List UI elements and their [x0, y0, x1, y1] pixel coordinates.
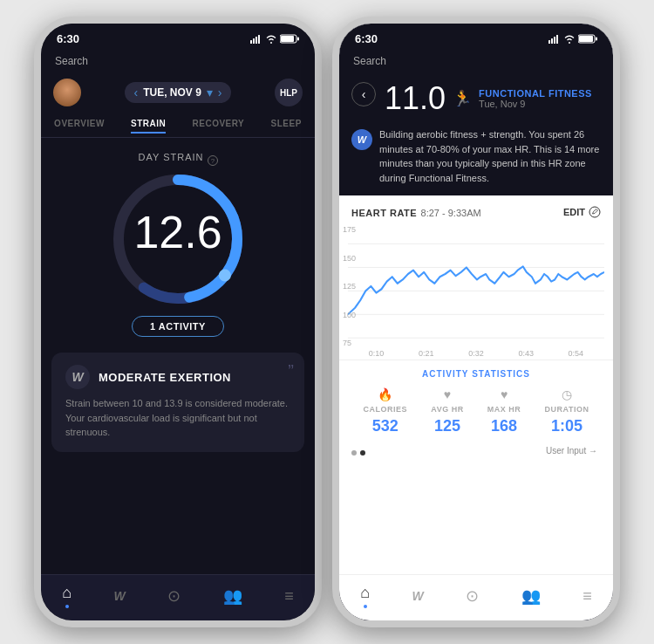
status-icons-right: [548, 34, 597, 44]
nav-home-right[interactable]: ⌂: [360, 584, 370, 608]
quote-icon: ”: [288, 361, 294, 381]
svg-rect-6: [297, 38, 299, 41]
tab-overview[interactable]: OVERVIEW: [54, 119, 105, 134]
date-dropdown-arrow[interactable]: ▾: [207, 86, 213, 99]
y-label-150: 150: [343, 254, 356, 263]
exertion-description: Strain between 10 and 13.9 is considered…: [65, 396, 290, 440]
tabs-left: OVERVIEW STRAIN RECOVERY SLEEP: [41, 112, 315, 138]
svg-point-20: [589, 207, 600, 217]
svg-rect-3: [258, 35, 260, 44]
nav-whoop-left[interactable]: W: [114, 589, 126, 603]
activity-type-block: FUNCTIONAL FITNESS Tue, Nov 9: [479, 88, 592, 109]
svg-rect-13: [548, 40, 550, 44]
activity-title-block: 11.0 🏃 FUNCTIONAL FITNESS Tue, Nov 9: [385, 80, 601, 117]
signal-icon-right: [548, 35, 561, 44]
info-icon: ?: [208, 155, 218, 166]
tab-strain[interactable]: STRAIN: [131, 119, 166, 134]
battery-icon: [280, 34, 299, 44]
max-hr-icon: ♥: [501, 387, 508, 401]
stat-avg-hr: ♥ AVG HR 125: [431, 387, 463, 435]
exertion-card: ” W MODERATE EXERTION Strain between 10 …: [51, 353, 304, 452]
avg-hr-label: AVG HR: [431, 405, 463, 414]
prev-date-arrow[interactable]: ‹: [133, 86, 138, 99]
next-date-arrow[interactable]: ›: [218, 86, 222, 99]
current-date: TUE, NOV 9: [143, 86, 201, 99]
wifi-icon-right: [564, 35, 575, 44]
status-time-left: 6:30: [57, 32, 79, 45]
nav-header-left: ‹ TUE, NOV 9 ▾ › HLP: [41, 73, 315, 112]
hr-time: 8:27 - 9:33AM: [421, 208, 481, 218]
help-button[interactable]: HLP: [275, 79, 303, 106]
page-dot-1: [351, 450, 357, 456]
svg-rect-5: [281, 36, 294, 42]
stats-title: ACTIVITY STATISTICS: [351, 369, 601, 379]
edit-icon: [589, 206, 601, 218]
whoop-logo-left: W: [65, 365, 90, 389]
svg-text:?: ?: [210, 157, 215, 165]
y-label-100: 100: [343, 311, 356, 319]
exertion-header: W MODERATE EXERTION: [65, 365, 290, 389]
signal-icon: [250, 35, 262, 44]
bottom-nav-left: ⌂ W ⊙ 👥 ≡: [41, 574, 315, 620]
edit-button[interactable]: EDIT: [563, 206, 601, 218]
x-label-0: 0:10: [369, 349, 385, 358]
activity-description-text: Building aerobic fitness + strength. You…: [379, 127, 601, 185]
nav-menu-left[interactable]: ≡: [284, 587, 294, 606]
activity-description-block: W Building aerobic fitness + strength. Y…: [339, 127, 613, 195]
svg-rect-19: [596, 38, 597, 41]
avg-hr-icon: ♥: [444, 387, 451, 401]
y-label-175: 175: [343, 225, 356, 234]
status-bar-left: 6:30: [41, 24, 315, 49]
page-dot-2: [360, 450, 365, 456]
calories-label: CALORIES: [364, 405, 408, 414]
x-label-2: 0:32: [468, 349, 484, 358]
hr-title: HEART RATE: [351, 208, 417, 218]
search-bar-right[interactable]: Search: [339, 49, 613, 73]
hr-chart: 175 150 125 100 75: [339, 225, 613, 347]
stat-calories: 🔥 CALORIES 532: [364, 387, 408, 435]
activity-date: Tue, Nov 9: [479, 99, 592, 109]
svg-rect-0: [250, 40, 252, 44]
avg-hr-value: 125: [434, 417, 460, 435]
x-label-3: 0:43: [518, 349, 534, 358]
left-phone: 6:30: [34, 17, 322, 627]
svg-rect-1: [253, 38, 255, 44]
nav-camera-right[interactable]: ⊙: [466, 586, 479, 606]
bottom-nav-right: ⌂ W ⊙ 👥 ≡: [339, 574, 613, 620]
activity-stats: ACTIVITY STATISTICS 🔥 CALORIES 532 ♥ AVG…: [339, 360, 613, 464]
hr-title-group: HEART RATE 8:27 - 9:33AM: [351, 204, 481, 220]
edit-label: EDIT: [563, 207, 585, 217]
chart-x-labels: 0:10 0:21 0:32 0:43 0:54: [339, 347, 613, 360]
search-bar-left[interactable]: Search: [41, 49, 315, 73]
chart-y-labels: 175 150 125 100 75: [343, 225, 356, 347]
back-button[interactable]: ‹: [351, 82, 376, 106]
duration-icon: ◷: [562, 387, 572, 401]
activity-header: ‹ 11.0 🏃 FUNCTIONAL FITNESS Tue, Nov 9: [339, 73, 613, 127]
calories-value: 532: [372, 417, 399, 435]
search-label-right: Search: [353, 55, 386, 67]
tab-sleep[interactable]: SLEEP: [271, 119, 302, 134]
stat-max-hr: ♥ MAX HR 168: [487, 387, 521, 435]
nav-menu-right[interactable]: ≡: [582, 587, 592, 606]
wifi-icon: [266, 35, 276, 44]
nav-camera-left[interactable]: ⊙: [167, 586, 181, 606]
nav-social-left[interactable]: 👥: [223, 586, 242, 606]
date-nav[interactable]: ‹ TUE, NOV 9 ▾ ›: [125, 82, 230, 103]
nav-home-left[interactable]: ⌂: [62, 584, 72, 608]
tab-recovery[interactable]: RECOVERY: [193, 119, 245, 134]
max-hr-value: 168: [491, 417, 517, 435]
fitness-icon: 🏃: [453, 89, 472, 108]
exertion-title: MODERATE EXERTION: [99, 371, 231, 384]
svg-rect-2: [255, 37, 257, 44]
activity-score-row: 11.0 🏃 FUNCTIONAL FITNESS Tue, Nov 9: [385, 80, 601, 117]
nav-whoop-right[interactable]: W: [412, 589, 424, 603]
stat-duration: ◷ DURATION 1:05: [545, 387, 589, 435]
y-label-125: 125: [343, 282, 356, 291]
nav-social-right[interactable]: 👥: [521, 586, 541, 606]
search-label-left: Search: [55, 55, 88, 67]
user-input-label[interactable]: User Input →: [546, 446, 601, 456]
avatar[interactable]: [53, 79, 81, 106]
duration-value: 1:05: [551, 417, 582, 435]
strain-section: DAY STRAIN ?: [41, 138, 315, 344]
activity-button[interactable]: 1 ACTIVITY: [132, 316, 224, 337]
